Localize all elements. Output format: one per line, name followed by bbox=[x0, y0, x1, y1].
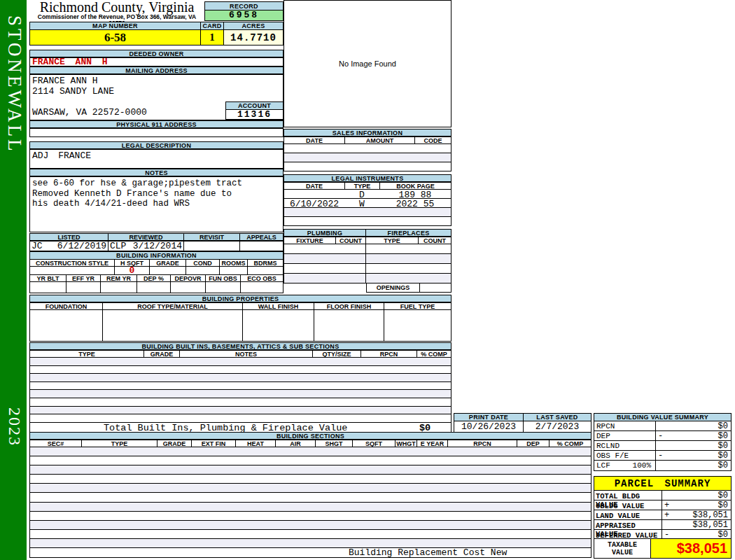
summary-op: - bbox=[656, 451, 667, 461]
col-header: WHGT bbox=[396, 440, 417, 447]
revisit-value bbox=[184, 241, 240, 251]
plumbing-title: PLUMBING bbox=[284, 229, 366, 237]
property-record-card: STONEWALL 2023 Richmond County, Virginia… bbox=[0, 0, 735, 560]
building-sections-rows: Building Replacement Cost New bbox=[29, 447, 592, 558]
legal-description-value: ADJ FRANCE bbox=[29, 149, 284, 169]
taxable-value: $38,051 bbox=[677, 540, 727, 556]
replacement-cost-footer: Building Replacement Cost New bbox=[30, 548, 591, 558]
appeals-label: APPEALS bbox=[240, 234, 283, 240]
print-date-value: 10/26/2023 bbox=[454, 421, 524, 432]
col-header: CONSTRUCTION STYLE bbox=[30, 260, 115, 266]
rem-yr-value bbox=[101, 282, 137, 293]
taxable-value-row: TAXABLE VALUE $38,051 bbox=[594, 538, 732, 559]
listed-label: LISTED bbox=[30, 234, 108, 240]
plumbing-fireplaces-row bbox=[284, 263, 451, 274]
reviewed-label: REVIEWED bbox=[108, 234, 184, 240]
plumbing-cell bbox=[284, 244, 366, 253]
county-title-block: Richmond County, Virginia Commissioner o… bbox=[29, 0, 204, 21]
section-row bbox=[30, 503, 591, 512]
cond-value bbox=[186, 267, 220, 274]
col-header: H SQFT bbox=[115, 260, 150, 266]
parcel-summary-title: PARCEL SUMMARY bbox=[594, 476, 732, 491]
col-header: FUN OBS bbox=[206, 275, 241, 281]
parcel-amount: +$38,051 bbox=[662, 510, 731, 519]
summary-value: $0 bbox=[667, 451, 731, 461]
col-header: % COMP bbox=[550, 440, 591, 447]
col-header: DEPOVR bbox=[171, 275, 206, 281]
fireplace-cell bbox=[366, 274, 451, 283]
taxable-label-line: TAXABLE bbox=[608, 541, 637, 549]
reviewed-date: 3/12/2014 bbox=[133, 241, 182, 251]
record-value: 6958 bbox=[204, 10, 284, 21]
fireplaces-title: FIREPLACES bbox=[365, 229, 451, 237]
summary-label: OBS F/E bbox=[594, 451, 656, 460]
no-image-text: No Image Found bbox=[339, 59, 396, 68]
fireplace-cell bbox=[366, 254, 451, 263]
county-title: Richmond County, Virginia bbox=[29, 0, 204, 14]
instrument-row bbox=[284, 207, 451, 217]
col-header: RPCN bbox=[448, 440, 517, 447]
map-number-value: 6-58 bbox=[30, 30, 201, 45]
photo-panel: No Image Found bbox=[284, 0, 451, 127]
openings-row: OPENINGS bbox=[366, 283, 451, 293]
review-values: JC 6/12/2019 CLP 3/12/2014 bbox=[29, 241, 284, 251]
instrument-type: D bbox=[344, 190, 379, 198]
building-properties-body bbox=[29, 309, 451, 342]
openings-label: OPENINGS bbox=[366, 283, 420, 293]
rooms-value bbox=[220, 267, 248, 274]
openings-value bbox=[419, 283, 451, 293]
summary-value: $0 bbox=[667, 421, 731, 431]
col-header: ROOF TYPE/MATERIAL bbox=[103, 303, 243, 309]
built-ins-row bbox=[30, 407, 451, 415]
parcel-amount: +$0 bbox=[662, 500, 731, 510]
depovr-value bbox=[171, 282, 206, 293]
summary-value: $0 bbox=[667, 461, 731, 470]
mailing-address-label: MAILING ADDRESS bbox=[29, 66, 284, 74]
summary-value: $0 bbox=[667, 441, 731, 451]
floor-finish-value bbox=[314, 310, 384, 341]
col-header: RPCN bbox=[361, 351, 417, 357]
wall-finish-value bbox=[243, 310, 314, 341]
section-row bbox=[30, 512, 591, 521]
summary-amount: -$0 bbox=[656, 431, 731, 440]
col-header: REM YR bbox=[101, 275, 137, 281]
parcel-label: OBLDG VALUE bbox=[594, 500, 662, 510]
col-header: GRADE bbox=[144, 351, 180, 357]
instrument-row: 6/10/2022 W 2022 55 bbox=[284, 198, 451, 208]
built-ins-row bbox=[30, 382, 451, 391]
instrument-book-page: 189 88 bbox=[379, 190, 451, 198]
taxable-label: TAXABLE VALUE bbox=[594, 538, 651, 559]
col-header: FIXTURE bbox=[284, 237, 336, 244]
instrument-type: W bbox=[344, 199, 379, 207]
appeals-value bbox=[240, 241, 283, 251]
fun-obs-value bbox=[206, 282, 241, 293]
fireplace-cell bbox=[366, 264, 451, 273]
h-sqft-value: 0 bbox=[115, 267, 150, 274]
col-header: E YEAR bbox=[417, 440, 448, 447]
parcel-label: LAND VALUE bbox=[594, 510, 662, 519]
col-header: SHGT bbox=[316, 440, 353, 447]
instrument-row: D 189 88 bbox=[284, 189, 451, 199]
roof-value bbox=[103, 310, 243, 341]
col-header: NOTES bbox=[180, 351, 313, 357]
summary-amount: $0 bbox=[656, 441, 731, 450]
section-row bbox=[30, 465, 591, 475]
parcel-label: APPRAISED VALUE bbox=[594, 520, 662, 529]
parcel-amount: $0 bbox=[662, 491, 731, 500]
col-header: % COMP bbox=[417, 351, 451, 357]
summary-row: LCF 100% $0 bbox=[594, 461, 731, 470]
fuel-type-value bbox=[384, 310, 451, 341]
lcf-percent: 100% bbox=[633, 461, 655, 470]
dep-pct-value bbox=[137, 282, 171, 293]
parcel-value: $0 bbox=[673, 500, 731, 510]
building-sections-title: BUILDING SECTIONS bbox=[29, 432, 592, 440]
col-header: DATE bbox=[284, 183, 345, 189]
building-info-values2 bbox=[29, 281, 284, 293]
account-value: 11316 bbox=[225, 109, 284, 120]
col-header: ROOMS bbox=[220, 260, 248, 266]
map-number-label: MAP NUMBER bbox=[30, 22, 201, 29]
construction-style-value bbox=[30, 267, 115, 274]
summary-value: $0 bbox=[667, 431, 731, 441]
plumbing-fireplaces-row bbox=[284, 273, 451, 284]
parcel-row: APPRAISED VALUE $38,051 bbox=[594, 520, 731, 530]
